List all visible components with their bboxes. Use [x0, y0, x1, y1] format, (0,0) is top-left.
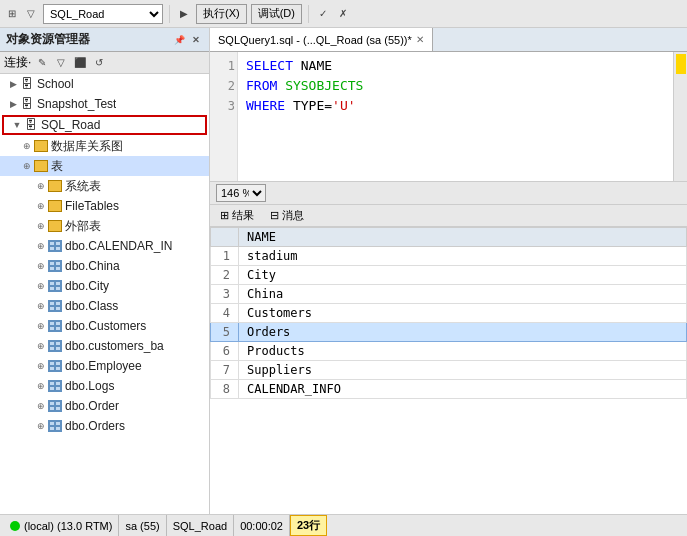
table-icon — [48, 280, 62, 292]
toolbar-icon-1[interactable]: ⊞ — [4, 6, 20, 22]
tree-label: 系统表 — [65, 178, 101, 195]
tree-item-orders[interactable]: ⊕dbo.Orders — [0, 416, 209, 436]
editor-scrollbar[interactable] — [673, 52, 687, 181]
tree-item-customers[interactable]: ⊕dbo.Customers — [0, 316, 209, 336]
table-row[interactable]: 5 Orders — [211, 323, 687, 342]
expand-icon[interactable]: ⊕ — [34, 419, 48, 433]
query-tab-1[interactable]: SQLQuery1.sql - (...QL_Road (sa (55))* ✕ — [210, 28, 433, 51]
expand-icon[interactable]: ⊕ — [34, 359, 48, 373]
db-icon: 🗄 — [24, 118, 38, 132]
row-name: CALENDAR_INFO — [239, 380, 687, 399]
row-num: 1 — [211, 247, 239, 266]
table-icon — [48, 300, 62, 312]
expand-icon[interactable]: ⊕ — [34, 259, 48, 273]
tree-area[interactable]: ▶🗄School▶🗄Snapshot_Test▼🗄SQL_Road⊕数据库关系图… — [0, 74, 209, 514]
tree-item-school[interactable]: ▶🗄School — [0, 74, 209, 94]
connect-label[interactable]: 连接· — [4, 54, 31, 71]
expand-icon[interactable]: ⊕ — [34, 399, 48, 413]
toolbar-divider-2 — [308, 5, 309, 23]
tree-label: 表 — [51, 158, 63, 175]
messages-tab[interactable]: ⊟ 消息 — [266, 206, 308, 225]
expand-icon[interactable]: ⊕ — [34, 279, 48, 293]
expand-icon[interactable]: ⊕ — [34, 199, 48, 213]
expand-icon[interactable]: ⊕ — [34, 379, 48, 393]
tree-item-ext-tables[interactable]: ⊕外部表 — [0, 216, 209, 236]
expand-icon[interactable]: ⊕ — [34, 179, 48, 193]
results-tab[interactable]: ⊞ 结果 — [216, 206, 258, 225]
table-row[interactable]: 8 CALENDAR_INFO — [211, 380, 687, 399]
table-row[interactable]: 3 China — [211, 285, 687, 304]
row-num: 3 — [211, 285, 239, 304]
table-row[interactable]: 4 Customers — [211, 304, 687, 323]
row-name: Suppliers — [239, 361, 687, 380]
editor-area[interactable]: 1 2 3 SELECT NAME FROM SYSOBJECTS WHERE … — [210, 52, 687, 182]
tree-item-snapshot[interactable]: ▶🗄Snapshot_Test — [0, 94, 209, 114]
expand-icon[interactable]: ▶ — [6, 97, 20, 111]
tree-item-filetables[interactable]: ⊕FileTables — [0, 196, 209, 216]
zoom-bar: 146 % — [210, 182, 687, 205]
tree-item-order[interactable]: ⊕dbo.Order — [0, 396, 209, 416]
run-icon[interactable]: ▶ — [176, 6, 192, 22]
code-line-2: FROM SYSOBJECTS — [246, 76, 665, 96]
table-icon — [48, 380, 62, 392]
collapse-icon[interactable]: ▼ — [10, 118, 24, 132]
table-row[interactable]: 2 City — [211, 266, 687, 285]
status-server: (local) (13.0 RTM) — [24, 520, 112, 532]
expand-icon[interactable]: ⊕ — [20, 139, 34, 153]
checkmark-icon[interactable]: ✓ — [315, 6, 331, 22]
status-user: sa (55) — [119, 515, 166, 536]
expand-icon[interactable]: ⊕ — [34, 299, 48, 313]
pin-icon[interactable]: 📌 — [172, 33, 186, 47]
status-bar: (local) (13.0 RTM) sa (55) SQL_Road 00:0… — [0, 514, 687, 536]
table-row[interactable]: 1 stadium — [211, 247, 687, 266]
table-icon — [48, 420, 62, 432]
expand-icon[interactable]: ⊕ — [34, 239, 48, 253]
exec-button[interactable]: 执行(X) — [196, 4, 247, 24]
refresh-icon[interactable]: ↺ — [91, 55, 107, 71]
tree-item-customers_ba[interactable]: ⊕dbo.customers_ba — [0, 336, 209, 356]
tree-item-sys-tables[interactable]: ⊕系统表 — [0, 176, 209, 196]
x-icon[interactable]: ✗ — [335, 6, 351, 22]
tab-close-icon[interactable]: ✕ — [416, 34, 424, 45]
tree-label: dbo.Logs — [65, 379, 114, 393]
debug-button[interactable]: 调试(D) — [251, 4, 302, 24]
tree-label: dbo.Order — [65, 399, 119, 413]
tree-item-employee[interactable]: ⊕dbo.Employee — [0, 356, 209, 376]
new-query-icon[interactable]: ✎ — [34, 55, 50, 71]
table-row[interactable]: 7 Suppliers — [211, 361, 687, 380]
expand-icon[interactable]: ▶ — [6, 77, 20, 91]
folder-icon — [48, 180, 62, 192]
tree-item-city[interactable]: ⊕dbo.City — [0, 276, 209, 296]
tree-item-china[interactable]: ⊕dbo.China — [0, 256, 209, 276]
expand-icon[interactable]: ⊕ — [34, 339, 48, 353]
zoom-select[interactable]: 146 % — [216, 184, 266, 202]
expand-icon[interactable]: ⊕ — [20, 159, 34, 173]
expand-icon[interactable]: ⊕ — [34, 319, 48, 333]
query-tab-title: SQLQuery1.sql - (...QL_Road (sa (55))* — [218, 34, 412, 46]
close-panel-icon[interactable]: ✕ — [189, 33, 203, 47]
tree-item-calendar[interactable]: ⊕dbo.CALENDAR_IN — [0, 236, 209, 256]
table-icon — [48, 320, 62, 332]
editor-content[interactable]: SELECT NAME FROM SYSOBJECTS WHERE TYPE='… — [238, 52, 673, 181]
tree-item-tables[interactable]: ⊕表 — [0, 156, 209, 176]
col-name-header: NAME — [239, 228, 687, 247]
toolbar-left-icons: ⊞ ▽ — [4, 6, 39, 22]
result-table[interactable]: NAME 1 stadium2 City3 China4 Customers5 … — [210, 227, 687, 514]
line-numbers: 1 2 3 — [210, 52, 238, 181]
stop-icon[interactable]: ⬛ — [72, 55, 88, 71]
tree-label: 外部表 — [65, 218, 101, 235]
filter-icon[interactable]: ▽ — [53, 55, 69, 71]
row-name: China — [239, 285, 687, 304]
tree-item-class[interactable]: ⊕dbo.Class — [0, 296, 209, 316]
row-num: 4 — [211, 304, 239, 323]
status-time: 00:00:02 — [234, 515, 290, 536]
table-row[interactable]: 6 Products — [211, 342, 687, 361]
tree-item-logs[interactable]: ⊕dbo.Logs — [0, 376, 209, 396]
folder-icon — [48, 200, 62, 212]
expand-icon[interactable]: ⊕ — [34, 219, 48, 233]
tree-item-sqlroad[interactable]: ▼🗄SQL_Road — [2, 115, 207, 135]
tree-item-db-diagram[interactable]: ⊕数据库关系图 — [0, 136, 209, 156]
row-num: 2 — [211, 266, 239, 285]
db-selector[interactable]: SQL_Road — [43, 4, 163, 24]
toolbar-icon-2[interactable]: ▽ — [23, 6, 39, 22]
